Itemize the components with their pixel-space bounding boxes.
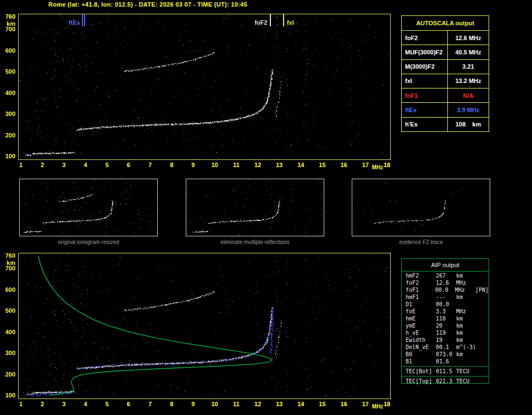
aip-output-panel: AIP output hmF2267kmfoF212.6MHzfoF100.0M… <box>401 258 489 384</box>
aip-row-extra <box>477 344 489 351</box>
aip-row-label: B1 <box>402 358 436 365</box>
autoscala-row-value: 13.2 MHz <box>448 74 489 88</box>
y-axis-tick: 100 <box>1 392 15 399</box>
aip-row-unit: MHz <box>456 308 477 315</box>
aip-row-value: 20 <box>436 322 456 329</box>
aip-row-extra <box>477 329 489 336</box>
x-axis-tick: 2 <box>38 401 47 407</box>
x-axis-tick: 14 <box>296 401 305 407</box>
aip-row-value: 073.0 <box>436 351 456 358</box>
profile-ionogram-plot <box>18 253 391 399</box>
aip-row-value: 021.3 <box>436 378 456 385</box>
autoscala-row-value: 40.5 MHz <box>448 45 489 59</box>
aip-row-extra <box>477 308 489 315</box>
x-axis-tick: 13 <box>275 162 284 168</box>
aip-row-label: hmE <box>402 315 436 322</box>
y-axis-tick: 400 <box>1 90 15 96</box>
autoscala-row-label: MUF(3000)F2 <box>402 45 448 59</box>
x-axis-tick: 17 <box>361 162 370 168</box>
aip-row-label: foF2 <box>402 279 436 286</box>
x-axis-tick: 6 <box>124 401 133 407</box>
aip-row-value: 01.6 <box>436 358 456 365</box>
x-axis-unit-label: MHz <box>372 403 384 410</box>
autoscala-row-value: 108 km <box>448 118 489 131</box>
x-axis-tick: 14 <box>296 162 305 168</box>
y-axis-tick: 760 <box>1 252 15 259</box>
aip-row-unit <box>456 301 477 308</box>
aip-row-unit: km <box>456 272 477 279</box>
x-axis-tick: 9 <box>189 162 197 168</box>
aip-row-extra <box>477 358 489 365</box>
aip-row-value: 119 <box>436 329 456 336</box>
aip-row-extra <box>477 351 489 358</box>
aip-row: D100.0 <box>402 301 489 308</box>
aip-row-label: foE <box>402 308 436 315</box>
x-axis-tick: 6 <box>124 162 133 168</box>
ftEs-marker-line <box>84 14 85 26</box>
aip-row-extra <box>477 315 489 322</box>
y-axis-tick: 760 <box>1 13 15 20</box>
thumbnail-caption-f2-trace: evidence F2 trace <box>352 239 490 245</box>
autoscala-row-label: h'Es <box>402 118 448 131</box>
aip-row-label: hmF2 <box>402 272 436 279</box>
y-axis-tick: 400 <box>1 329 15 335</box>
aip-row-value: 00.1 <box>436 344 456 351</box>
y-axis-tick: 600 <box>1 47 15 54</box>
x-axis-tick: 1 <box>16 162 25 168</box>
aip-row-value: 19 <box>436 336 456 344</box>
autoscala-row-value: 3.9 MHz <box>448 103 489 117</box>
x-axis-tick: 11 <box>232 162 241 168</box>
autoscala-row-value: 12.6 MHz <box>448 31 489 45</box>
autoscala-row-value: 3.21 <box>448 60 489 74</box>
aip-row-extra <box>477 378 489 385</box>
x-axis-tick: 1 <box>16 401 25 407</box>
x-axis-tick: 16 <box>340 401 348 407</box>
autoscala-app-window: Rome (lat: +41.8, lon: 012.5) - DATE: 20… <box>0 0 532 415</box>
aip-row-extra: [PN] <box>475 286 489 294</box>
autoscala-row-value: N/A <box>448 88 489 102</box>
autoscala-row-label: foF1 <box>402 88 448 102</box>
thumbnail-original-canvas <box>20 179 157 236</box>
aip-row-unit: TECU <box>456 378 477 385</box>
foF2-marker-label: foF2 <box>244 19 267 26</box>
x-axis-tick: 4 <box>81 401 90 407</box>
aip-row-value: --- <box>436 294 456 301</box>
y-axis-tick: 600 <box>1 286 15 293</box>
y-axis-tick: 500 <box>1 68 15 75</box>
x-axis-tick: 18 <box>383 401 391 407</box>
autoscala-row-label: M(3000)F2 <box>402 60 448 74</box>
autoscala-row: foF212.6 MHz <box>402 31 489 45</box>
x-axis-tick: 5 <box>103 162 112 168</box>
y-axis-tick: 200 <box>1 371 15 378</box>
aip-row-label: TEC[Top] <box>402 378 436 385</box>
aip-row-unit: km <box>456 329 477 336</box>
aip-row-unit <box>456 358 477 365</box>
aip-row: h_vE119km <box>402 329 489 336</box>
x-axis-tick: 7 <box>146 401 154 407</box>
x-axis-tick: 12 <box>253 162 262 168</box>
aip-row-unit: MHz <box>455 286 475 294</box>
aip-row-value: 3.3 <box>436 308 456 315</box>
autoscala-row-label: foF2 <box>402 31 448 45</box>
autoscala-output-table: AUTOSCALA output foF212.6 MHzMUF(3000)F2… <box>401 15 489 132</box>
aip-row: foF212.6MHz <box>402 279 489 286</box>
aip-row-value: 267 <box>436 272 456 279</box>
aip-row-extra <box>477 294 489 301</box>
x-axis-tick: 15 <box>318 401 326 407</box>
aip-row: B0073.0km <box>402 351 489 358</box>
aip-row-unit: km <box>456 315 477 322</box>
aip-row: hmF2267km <box>402 272 489 279</box>
aip-row-unit: km <box>456 351 477 358</box>
aip-output-title: AIP output <box>402 259 489 272</box>
aip-row-label: Ewidth <box>402 336 436 344</box>
aip-row-unit: m^(-3) <box>456 344 477 351</box>
aip-row-value: 110 <box>436 315 456 322</box>
autoscala-row: MUF(3000)F240.5 MHz <box>402 45 489 59</box>
aip-row-unit: MHz <box>456 279 477 286</box>
aip-row: Ewidth19km <box>402 336 489 344</box>
x-axis-tick: 8 <box>167 162 176 168</box>
aip-row-value: 00.0 <box>436 301 456 308</box>
aip-row-value: 00.0 <box>435 286 455 294</box>
autoscala-row-label: fxI <box>402 74 448 88</box>
aip-row-label: foF1 <box>402 286 435 294</box>
